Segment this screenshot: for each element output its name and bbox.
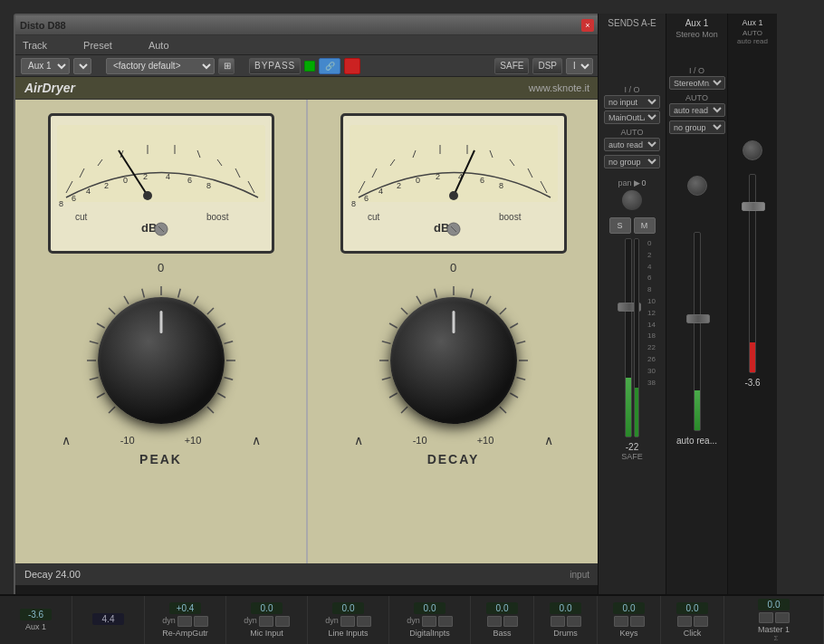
bypass-button[interactable]: BYPASS bbox=[249, 58, 301, 74]
mini-btn-4b[interactable] bbox=[357, 616, 371, 627]
strip-8-controls bbox=[614, 616, 645, 627]
svg-text:2: 2 bbox=[397, 181, 401, 190]
master-pan-knob[interactable] bbox=[743, 140, 762, 160]
group-select-2[interactable]: no group bbox=[669, 120, 725, 134]
mini-btn-6a[interactable] bbox=[487, 616, 502, 627]
pan-knob-2[interactable] bbox=[687, 176, 707, 196]
bottom-strip-4: 0.0 dyn Line Inputs bbox=[308, 596, 389, 644]
mini-btn-4a[interactable] bbox=[340, 616, 355, 627]
svg-line-37 bbox=[177, 289, 180, 298]
plugin-url: www.sknote.it bbox=[529, 82, 589, 93]
strip-9-value: 0.0 bbox=[676, 602, 708, 614]
channel-select[interactable]: L bbox=[566, 58, 593, 74]
strip-4-name: Line Inputs bbox=[328, 629, 368, 638]
svg-line-38 bbox=[194, 296, 198, 304]
svg-text:2: 2 bbox=[104, 181, 109, 190]
solo-button[interactable]: S bbox=[609, 217, 631, 234]
master-fader[interactable] bbox=[749, 174, 756, 373]
peak-knob[interactable] bbox=[98, 297, 225, 424]
strip-8-name: Keys bbox=[619, 629, 637, 638]
svg-line-40 bbox=[217, 323, 225, 328]
svg-line-89 bbox=[516, 378, 525, 380]
fader-scale: 024681012141822263038 bbox=[647, 238, 656, 389]
strip-6-value: 0.0 bbox=[486, 602, 518, 614]
main-out-lr-select[interactable]: MainOutL/R bbox=[604, 111, 660, 124]
bottom-channel-strips: -3.6 Aux 1 4.4 +0.4 dyn Re-AmpGutr 0.0 d… bbox=[0, 594, 824, 644]
stereo-mon-select[interactable]: StereoMn... bbox=[669, 76, 725, 90]
auto-label-1: AUTO bbox=[621, 128, 644, 137]
preset-copy-button[interactable]: ⊞ bbox=[218, 58, 235, 74]
mini-btn-3a[interactable] bbox=[259, 616, 273, 627]
auto-read-select-1[interactable]: auto read bbox=[604, 138, 660, 151]
mini-btn-8a[interactable] bbox=[614, 616, 628, 627]
mini-btn-10b[interactable] bbox=[775, 612, 790, 623]
decay-knob[interactable] bbox=[390, 297, 517, 424]
fader-track-1[interactable] bbox=[625, 238, 632, 437]
svg-line-81 bbox=[434, 289, 436, 298]
mini-btn-5a[interactable] bbox=[422, 616, 436, 627]
close-button[interactable]: × bbox=[581, 19, 594, 32]
sends-label: SENDS A-E bbox=[608, 18, 656, 28]
svg-line-28 bbox=[96, 393, 104, 398]
master-fader-track[interactable] bbox=[749, 174, 756, 373]
mini-btn-2a[interactable] bbox=[177, 616, 192, 627]
mini-btn-2b[interactable] bbox=[194, 616, 208, 627]
mini-btn-9a[interactable] bbox=[677, 616, 692, 627]
svg-point-24 bbox=[143, 191, 152, 200]
pan-value: 0 bbox=[642, 178, 647, 187]
mini-btn-6b[interactable] bbox=[503, 616, 518, 627]
mini-btn-7b[interactable] bbox=[567, 616, 581, 627]
bottom-strip-9: 0.0 Click bbox=[661, 596, 724, 644]
svg-text:8: 8 bbox=[206, 181, 211, 190]
plugin-header: AirDryer www.sknote.it bbox=[15, 77, 599, 100]
svg-line-32 bbox=[96, 323, 104, 328]
meter-fader-group bbox=[625, 238, 639, 437]
svg-text:cut: cut bbox=[75, 212, 88, 222]
svg-line-84 bbox=[486, 296, 491, 304]
mini-btn-7a[interactable] bbox=[551, 616, 565, 627]
svg-line-33 bbox=[109, 308, 115, 314]
no-input-select[interactable]: no input bbox=[604, 95, 660, 109]
fader-handle-2[interactable] bbox=[686, 314, 710, 323]
mute-button[interactable]: M bbox=[634, 217, 656, 234]
master-fader-handle[interactable] bbox=[742, 202, 765, 211]
track-mode-select[interactable]: d bbox=[73, 58, 91, 74]
svg-line-90 bbox=[510, 393, 518, 398]
peak-knob-indicator bbox=[159, 311, 162, 333]
decay-knob-indicator bbox=[452, 311, 455, 333]
track-select[interactable]: Aux 1 bbox=[21, 58, 70, 74]
bottom-strip-3: 0.0 dyn Mic Input bbox=[226, 596, 308, 644]
fader-track-2[interactable] bbox=[694, 232, 701, 431]
svg-line-77 bbox=[381, 341, 390, 344]
auto-read-select-2[interactable]: auto read bbox=[669, 103, 725, 117]
status-text: Decay 24.00 bbox=[24, 569, 81, 580]
svg-line-87 bbox=[516, 341, 525, 344]
preset-select[interactable]: <factory default> bbox=[106, 58, 215, 74]
decay-knob-container[interactable] bbox=[372, 279, 535, 442]
power-button[interactable] bbox=[344, 58, 360, 74]
mini-btn-9b[interactable] bbox=[694, 616, 708, 627]
pan-knob[interactable] bbox=[622, 190, 642, 210]
bottom-strip-8: 0.0 Keys bbox=[598, 596, 661, 644]
peak-knob-container[interactable] bbox=[80, 279, 243, 442]
safe-button[interactable]: SAFE bbox=[494, 58, 529, 74]
svg-line-85 bbox=[499, 308, 505, 314]
svg-text:6: 6 bbox=[364, 194, 369, 203]
group-select-1[interactable]: no group bbox=[604, 155, 660, 168]
strip-5-name: DigitalInpts bbox=[409, 629, 450, 638]
dyn-label-4: dyn bbox=[325, 616, 339, 627]
track-section: Track bbox=[23, 40, 47, 51]
svg-text:4: 4 bbox=[166, 172, 170, 181]
svg-text:cut: cut bbox=[368, 212, 380, 222]
dsp-button[interactable]: DSP bbox=[532, 58, 562, 74]
strip-9-controls bbox=[677, 616, 708, 627]
track-bar: Track Preset Auto bbox=[15, 35, 599, 55]
mini-btn-10a[interactable] bbox=[759, 612, 773, 623]
mini-btn-8b[interactable] bbox=[630, 616, 645, 627]
title-bar: Disto D88 × bbox=[15, 15, 599, 35]
link-button[interactable]: 🔗 bbox=[319, 58, 340, 74]
mini-btn-3b[interactable] bbox=[275, 616, 290, 627]
mini-btn-5b[interactable] bbox=[438, 616, 453, 627]
fader-area-2[interactable] bbox=[694, 232, 701, 431]
bottom-strip-7: 0.0 Drums bbox=[534, 596, 598, 644]
